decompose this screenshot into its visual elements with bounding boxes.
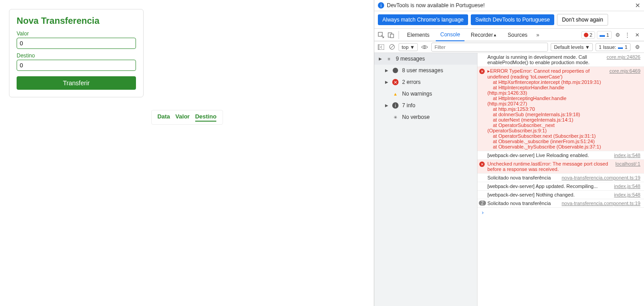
- more-tabs-icon[interactable]: »: [534, 31, 542, 39]
- log-row: [webpack-dev-server] App updated. Recomp…: [478, 182, 644, 191]
- device-icon[interactable]: [387, 31, 395, 39]
- sb-info[interactable]: ▶i7 info: [374, 100, 477, 111]
- language-banner: i DevTools is now available in Portugues…: [374, 0, 644, 11]
- repeat-count-badge: 2: [479, 201, 486, 205]
- log-message: Solicitado nova transferência: [487, 175, 556, 180]
- console-body: ▶≡9 messages ▶8 user messages ▶✕2 errors…: [374, 53, 644, 306]
- banner-buttons: Always match Chrome's language Switch De…: [374, 11, 644, 29]
- log-row: Solicitado nova transferência nova-trans…: [478, 174, 644, 182]
- destino-label: Destino: [17, 52, 136, 59]
- transfer-card: Nova Transferencia Valor Destino Transfe…: [9, 9, 144, 97]
- filter-input[interactable]: [431, 43, 548, 52]
- sidebar-toggle-icon[interactable]: [377, 43, 385, 51]
- log-levels-selector[interactable]: Default levels ▼: [551, 43, 593, 51]
- tab-destino[interactable]: Destino: [195, 113, 217, 122]
- log-message: [webpack-dev-server] App updated. Recomp…: [487, 184, 609, 189]
- error-icon: ✕: [479, 162, 485, 167]
- log-message: Unchecked runtime.lastError: The message…: [487, 161, 610, 172]
- log-row: Angular is running in development mode. …: [478, 53, 644, 67]
- svg-point-7: [424, 46, 425, 48]
- console-sidebar: ▶≡9 messages ▶8 user messages ▶✕2 errors…: [374, 53, 478, 306]
- console-filterbar: top ▼ Default levels ▼ 1 Issue:▬1 ⚙: [374, 41, 644, 53]
- tab-valor[interactable]: Valor: [175, 113, 190, 122]
- valor-label: Valor: [17, 31, 136, 37]
- log-row-error: ✕ Unchecked runtime.lastError: The messa…: [478, 160, 644, 174]
- log-source[interactable]: index.js:548: [609, 184, 640, 189]
- transfer-button[interactable]: Transferir: [17, 76, 136, 90]
- sb-user[interactable]: ▶8 user messages: [374, 65, 477, 76]
- tab-elements[interactable]: Elements: [403, 29, 434, 41]
- kebab-icon[interactable]: ⋮: [623, 31, 631, 39]
- eye-icon[interactable]: [421, 43, 429, 51]
- tab-data[interactable]: Data: [158, 113, 170, 122]
- tab-sources[interactable]: Sources: [503, 29, 532, 41]
- svg-rect-4: [378, 44, 380, 50]
- tab-recorder[interactable]: Recorder ▲: [466, 29, 501, 41]
- banner-text: DevTools is now available in Portuguese!: [387, 2, 485, 9]
- log-source[interactable]: core.mjs:24826: [601, 54, 640, 65]
- log-area[interactable]: Angular is running in development mode. …: [478, 53, 644, 306]
- log-source[interactable]: nova-transferencia.component.ts:19: [556, 175, 641, 180]
- log-row: 2 Solicitado nova transferência nova-tra…: [478, 199, 644, 208]
- svg-rect-2: [390, 34, 394, 38]
- dont-show-button[interactable]: Don't show again: [557, 14, 608, 26]
- context-selector[interactable]: top ▼: [399, 43, 418, 51]
- issues-pill[interactable]: 1 Issue:▬1: [596, 43, 631, 51]
- log-source[interactable]: nova-transferencia.component.ts:19: [556, 201, 641, 206]
- sb-warnings[interactable]: ▲No warnings: [374, 88, 477, 100]
- error-icon: ✕: [479, 69, 485, 74]
- sb-verbose[interactable]: ✳No verbose: [374, 111, 477, 123]
- always-match-button[interactable]: Always match Chrome's language: [378, 14, 468, 25]
- destino-input[interactable]: [17, 60, 136, 71]
- log-source[interactable]: localhost/:1: [610, 161, 640, 172]
- gear-icon[interactable]: ⚙: [613, 31, 622, 39]
- sb-errors[interactable]: ▶✕2 errors: [374, 76, 477, 88]
- valor-input[interactable]: [17, 38, 136, 49]
- log-source[interactable]: core.mjs:6469: [604, 68, 640, 149]
- error-count-pill[interactable]: 2: [581, 31, 595, 39]
- svg-line-6: [390, 45, 394, 48]
- switch-lang-button[interactable]: Switch DevTools to Portuguese: [471, 14, 554, 25]
- message-count-pill[interactable]: ▬1: [597, 31, 612, 39]
- tab-console[interactable]: Console: [436, 29, 464, 41]
- app-panel: Nova Transferencia Valor Destino Transfe…: [0, 0, 374, 306]
- log-message: ▸ERROR TypeError: Cannot read properties…: [487, 68, 604, 149]
- console-gear-icon[interactable]: ⚙: [633, 43, 641, 51]
- log-row: [webpack-dev-server] Live Reloading enab…: [478, 151, 644, 160]
- info-icon: i: [378, 2, 384, 9]
- close-devtools-icon[interactable]: ✕: [633, 31, 641, 39]
- log-message: [webpack-dev-server] Nothing changed.: [487, 192, 609, 197]
- log-message: [webpack-dev-server] Live Reloading enab…: [487, 153, 609, 158]
- close-icon[interactable]: ✕: [635, 2, 640, 9]
- log-source[interactable]: index.js:548: [609, 153, 640, 158]
- inspect-icon[interactable]: [377, 31, 385, 39]
- card-title: Nova Transferencia: [17, 16, 136, 26]
- clear-console-icon[interactable]: [388, 43, 396, 51]
- log-source[interactable]: index.js:548: [609, 192, 640, 197]
- table-tabs: Data Valor Destino: [151, 110, 223, 125]
- devtools-panel: i DevTools is now available in Portugues…: [374, 0, 644, 306]
- log-row-error: ✕ ▸ERROR TypeError: Cannot read properti…: [478, 67, 644, 151]
- devtools-tabbar: Elements Console Recorder ▲ Sources » 2 …: [374, 29, 644, 41]
- log-row: [webpack-dev-server] Nothing changed. in…: [478, 191, 644, 199]
- log-message: Solicitado nova transferência: [487, 201, 556, 206]
- sb-messages[interactable]: ▶≡9 messages: [374, 53, 477, 65]
- console-prompt[interactable]: ›: [478, 208, 644, 218]
- log-message: Angular is running in development mode. …: [487, 54, 601, 65]
